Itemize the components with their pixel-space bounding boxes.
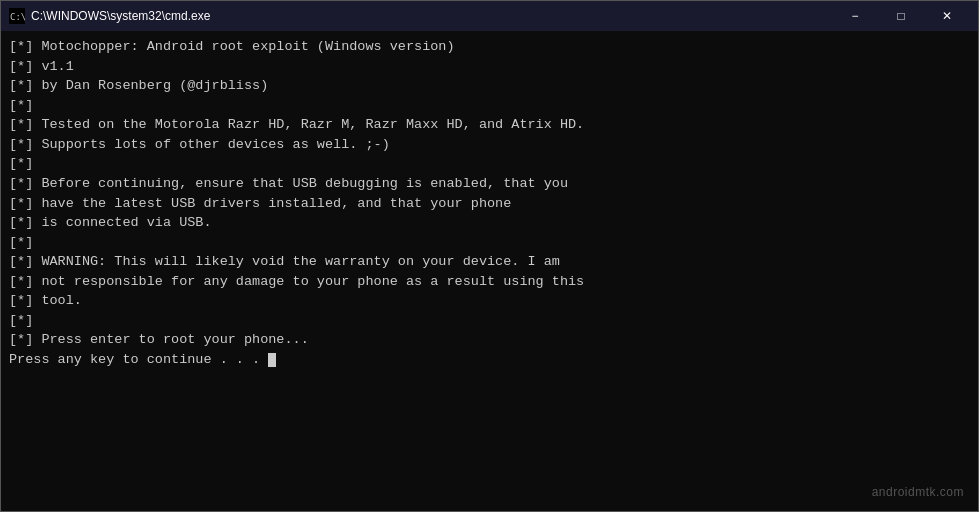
terminal-window[interactable]: [*] Motochopper: Android root exploit (W…	[1, 31, 978, 511]
window-title: C:\WINDOWS\system32\cmd.exe	[31, 9, 832, 23]
title-bar: C:\ C:\WINDOWS\system32\cmd.exe − □ ✕	[1, 1, 978, 31]
maximize-button[interactable]: □	[878, 1, 924, 31]
svg-text:C:\: C:\	[10, 12, 25, 22]
window: C:\ C:\WINDOWS\system32\cmd.exe − □ ✕ [*…	[0, 0, 979, 512]
terminal-output: [*] Motochopper: Android root exploit (W…	[9, 37, 970, 370]
close-button[interactable]: ✕	[924, 1, 970, 31]
terminal-cursor	[268, 353, 276, 367]
cmd-icon: C:\	[9, 8, 25, 24]
watermark: androidmtk.com	[872, 484, 964, 501]
minimize-button[interactable]: −	[832, 1, 878, 31]
window-controls: − □ ✕	[832, 1, 970, 31]
